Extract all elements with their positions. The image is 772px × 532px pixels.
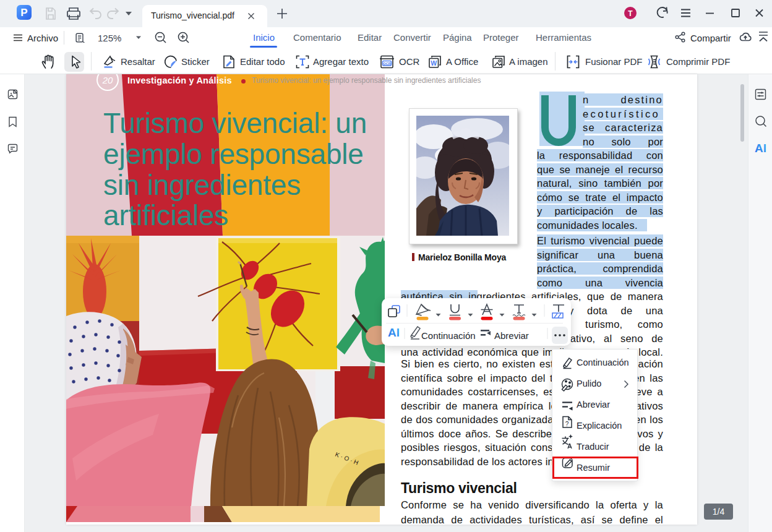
svg-text:P: P xyxy=(20,7,27,19)
svg-text:20: 20 xyxy=(102,75,113,85)
svg-text:W: W xyxy=(431,59,437,67)
svg-text:AI: AI xyxy=(388,326,400,339)
svg-text:OCR: OCR xyxy=(383,62,390,66)
svg-text:AI: AI xyxy=(755,142,766,155)
svg-text:T: T xyxy=(628,9,633,18)
